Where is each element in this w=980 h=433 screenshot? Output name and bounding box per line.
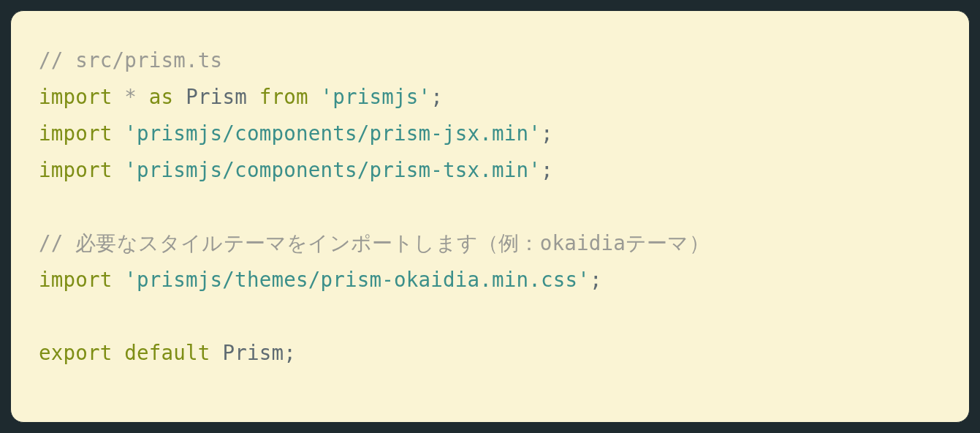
code-keyword-default: default: [124, 341, 210, 364]
code-string: 'prismjs/components/prism-jsx.min': [124, 121, 541, 145]
code-keyword-export: export: [39, 341, 113, 364]
code-punct: ;: [590, 268, 602, 291]
code-keyword-from: from: [259, 85, 308, 108]
code-punct: ;: [541, 158, 553, 181]
code-keyword-import: import: [39, 121, 113, 145]
code-keyword-import: import: [39, 268, 113, 291]
code-comment: // 必要なスタイルテーマをインポートします（例：okaidiaテーマ）: [39, 231, 710, 255]
code-identifier: Prism: [222, 341, 284, 364]
code-punct: ;: [541, 121, 553, 145]
code-keyword-as: as: [149, 85, 174, 108]
code-string: 'prismjs': [320, 85, 430, 108]
code-block: // src/prism.ts import * as Prism from '…: [10, 10, 970, 423]
code-identifier: Prism: [186, 85, 247, 108]
code-keyword-import: import: [39, 158, 113, 181]
code-keyword-import: import: [39, 85, 113, 108]
code-punct: ;: [284, 341, 296, 364]
code-string: 'prismjs/themes/prism-okaidia.min.css': [124, 268, 590, 291]
code-string: 'prismjs/components/prism-tsx.min': [124, 158, 541, 181]
code-punct: ;: [430, 85, 443, 108]
code-operator-star: *: [124, 85, 137, 108]
code-comment: // src/prism.ts: [39, 48, 222, 72]
code-content: // src/prism.ts import * as Prism from '…: [39, 42, 941, 371]
